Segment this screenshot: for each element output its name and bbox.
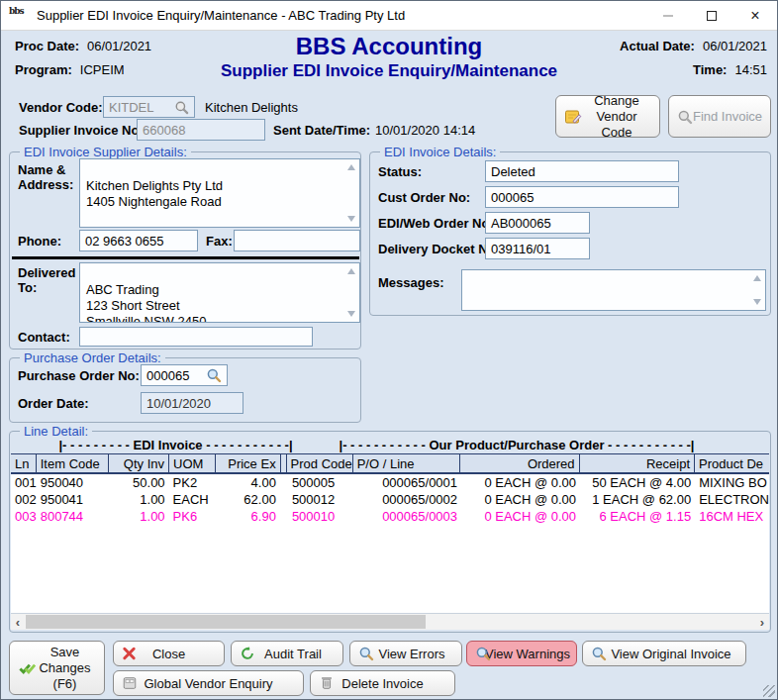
column-header[interactable]: Price Ex — [216, 454, 280, 472]
close-button[interactable]: Close — [113, 641, 225, 666]
table-row[interactable]: 00195004050.00PK24.00500005000065/00010 … — [11, 474, 769, 491]
grid-cell[interactable] — [280, 491, 288, 508]
grid-cell[interactable]: 950040 — [37, 474, 109, 491]
column-header[interactable]: Receipt — [580, 454, 695, 472]
grid-cell[interactable]: 50 EACH @ 4.00 — [580, 474, 695, 491]
scroll-up-icon[interactable] — [347, 268, 355, 274]
scroll-down-icon[interactable] — [347, 311, 355, 317]
audit-trail-button[interactable]: Audit Trail — [231, 641, 343, 666]
name-address-label: Name & Address: — [18, 162, 73, 192]
view-original-invoice-label: View Original Invoice — [611, 647, 730, 661]
scroll-down-icon[interactable] — [753, 299, 761, 305]
grid-cell[interactable]: 1.00 — [109, 508, 169, 525]
line-detail-group: Line Detail: |- - - - - - - - - EDI Invo… — [9, 431, 771, 633]
invoice-details-group: EDI Invoice Details: Status: Deleted Cus… — [369, 151, 771, 316]
close-icon: × — [750, 8, 759, 24]
column-header[interactable]: UOM — [169, 454, 216, 472]
messages-textarea[interactable] — [461, 269, 766, 311]
column-header[interactable]: Ln — [11, 454, 37, 472]
view-warnings-icon — [475, 646, 491, 661]
grid-cell[interactable]: 500012 — [288, 491, 354, 508]
grid-cell[interactable]: 500010 — [288, 508, 354, 525]
scroll-up-icon[interactable] — [753, 275, 761, 281]
status-field[interactable]: Deleted — [485, 160, 679, 182]
grid-cell[interactable]: 000065/0002 — [354, 491, 461, 508]
delivery-docket-field[interactable]: 039116/01 — [485, 238, 590, 259]
minimize-button[interactable] — [646, 1, 690, 31]
grid-cell[interactable]: 0 EACH @ 0.00 — [461, 474, 580, 491]
grid-cell[interactable]: 950041 — [37, 491, 109, 508]
grid-cell[interactable]: 4.00 — [216, 474, 280, 491]
contact-input[interactable] — [79, 327, 313, 347]
vendor-search-icon[interactable] — [174, 100, 189, 115]
table-row[interactable]: 0029500411.00EACH62.00500012000065/00020… — [11, 491, 769, 508]
section-divider — [12, 256, 359, 259]
grid-cell[interactable]: EACH — [169, 491, 216, 508]
order-date-field[interactable]: 10/01/2020 — [141, 392, 243, 414]
grid-cell[interactable]: PK2 — [169, 474, 216, 491]
phone-input[interactable]: 02 9663 0655 — [79, 230, 198, 251]
maximize-button[interactable] — [690, 1, 733, 31]
grid-cell[interactable]: ELECTRON — [695, 491, 769, 508]
grid-cell[interactable]: 003 — [11, 508, 37, 525]
grid-cell[interactable]: 16CM HEX — [695, 508, 769, 525]
view-errors-button[interactable]: View Errors — [349, 641, 462, 666]
grid-cell[interactable]: MIXING BO — [695, 474, 769, 491]
grid-cell[interactable] — [280, 474, 288, 491]
purchase-order-search-icon[interactable] — [206, 367, 222, 383]
cust-order-field[interactable]: 000065 — [485, 186, 679, 208]
grid-cell[interactable] — [280, 508, 288, 525]
grid-cell[interactable]: 000065/0001 — [354, 474, 461, 491]
grid-cell[interactable]: PK6 — [169, 508, 216, 525]
global-vendor-enquiry-label: Global Vendor Enquiry — [144, 676, 272, 691]
change-vendor-code-button[interactable]: Change Vendor Code — [555, 95, 660, 138]
scroll-right-icon[interactable]: › — [755, 614, 769, 630]
column-header[interactable]: Prod Code — [287, 454, 353, 472]
column-header[interactable]: P/O / Line — [353, 454, 461, 472]
proc-date-label: Proc Date: — [15, 39, 79, 53]
delivered-to-textarea[interactable]: ABC Trading 123 Short Street Smallville … — [79, 262, 360, 323]
horizontal-scrollbar[interactable]: ‹ › — [11, 613, 769, 630]
global-vendor-enquiry-button[interactable]: Global Vendor Enquiry — [113, 670, 304, 696]
grid-cell[interactable]: 800744 — [37, 508, 109, 525]
grid-cell[interactable]: 500005 — [288, 474, 354, 491]
save-changes-button[interactable]: Save Changes (F6) — [9, 641, 105, 695]
grid-cell[interactable]: 6 EACH @ 1.15 — [580, 508, 695, 525]
grid-cell[interactable]: 1 EACH @ 62.00 — [580, 491, 695, 508]
supplier-invoice-input[interactable]: 660068 — [137, 119, 265, 141]
fax-input[interactable] — [234, 230, 360, 251]
purchase-order-no-input[interactable]: 000065 — [141, 364, 228, 386]
scroll-left-icon[interactable]: ‹ — [11, 614, 25, 630]
column-header[interactable]: Ordered — [460, 454, 579, 472]
close-window-button[interactable]: × — [733, 1, 777, 31]
grid-cell[interactable]: 001 — [11, 474, 37, 491]
time-label: Time: — [693, 62, 727, 77]
grid-cell[interactable]: 000065/0003 — [354, 508, 461, 525]
grid-cell[interactable]: 62.00 — [216, 491, 280, 508]
scrollbar-thumb[interactable] — [26, 615, 426, 629]
vendor-code-input[interactable]: KITDEL — [103, 96, 195, 118]
grid-cell[interactable]: 1.00 — [109, 491, 169, 508]
supplier-details-group: EDI Invoice Supplier Details: Name & Add… — [9, 151, 361, 350]
grid-cell[interactable]: 002 — [11, 491, 37, 508]
name-address-textarea[interactable]: Kitchen Delights Pty Ltd 1405 Nightengal… — [79, 158, 360, 228]
line-grid: LnItem CodeQty InvUOMPrice ExProd CodeP/… — [11, 453, 769, 629]
resize-grip[interactable] — [763, 685, 775, 697]
column-header[interactable]: Product De — [695, 454, 769, 472]
scroll-up-icon[interactable] — [347, 164, 355, 170]
column-header[interactable]: Qty Inv — [109, 454, 169, 472]
grid-cell[interactable]: 6.90 — [216, 508, 280, 525]
edi-web-order-field[interactable]: AB000065 — [485, 212, 590, 234]
table-row[interactable]: 0038007441.00PK66.90500010000065/00030 E… — [11, 508, 769, 525]
view-original-invoice-button[interactable]: View Original Invoice — [582, 641, 746, 666]
grid-cell[interactable]: 0 EACH @ 0.00 — [461, 491, 580, 508]
grid-cell[interactable]: 0 EACH @ 0.00 — [461, 508, 580, 525]
view-errors-icon — [358, 646, 374, 661]
scroll-down-icon[interactable] — [347, 216, 355, 222]
find-invoice-button[interactable]: Find Invoice — [668, 95, 771, 138]
actual-date-value: 06/01/2021 — [703, 39, 767, 53]
delete-invoice-button[interactable]: Delete Invoice — [310, 670, 455, 696]
column-header[interactable]: Item Code — [37, 454, 109, 472]
view-warnings-button[interactable]: View Warnings — [466, 641, 577, 666]
grid-cell[interactable]: 50.00 — [109, 474, 169, 491]
